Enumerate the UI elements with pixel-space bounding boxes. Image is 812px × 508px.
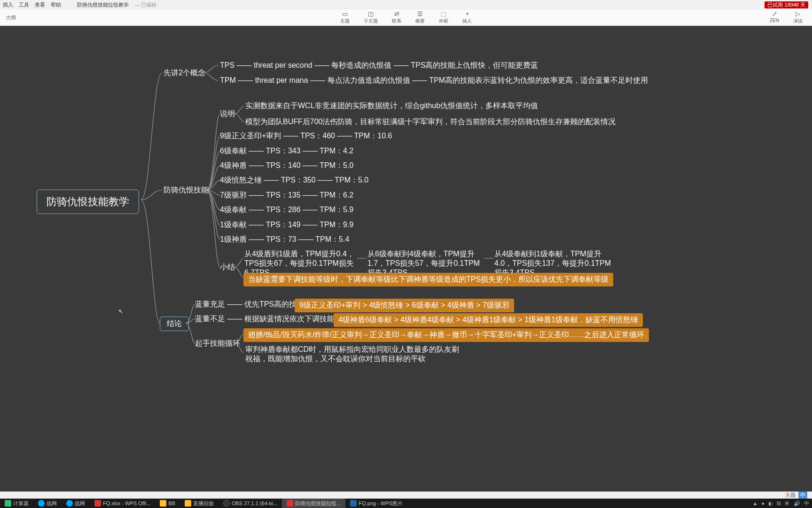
task-bnet1[interactable]: 战网 bbox=[33, 499, 62, 508]
branch-conclusion[interactable]: 结论 bbox=[160, 317, 189, 331]
wpsimg-icon bbox=[350, 500, 357, 507]
toolbar-right: ⤢ZEN ▷演说 bbox=[770, 10, 803, 24]
desc-title[interactable]: 说明 bbox=[220, 109, 235, 119]
task-bb[interactable]: BB bbox=[155, 499, 180, 508]
task-calc[interactable]: 计算器 bbox=[0, 499, 33, 508]
menubar: 插入 工具 查看 帮助 防骑仇恨技能拉怪教学 — 已编辑 已试用 18948 天 bbox=[0, 0, 812, 9]
expand-icon: ⤢ bbox=[770, 10, 779, 17]
topic-icon: ▭ bbox=[341, 10, 349, 17]
mindmap-canvas[interactable]: 防骑仇恨技能教学 先讲2个概念 TPS —— threat per second… bbox=[0, 26, 812, 492]
toolbar-center: ▭主题 ◫子主题 ⇄联系 ☰概要 ⬚外框 ＋插入 bbox=[340, 10, 472, 24]
summary-icon: ☰ bbox=[416, 10, 424, 17]
root-label: 防骑仇恨技能教学 bbox=[47, 196, 129, 207]
summary-button[interactable]: ☰概要 bbox=[415, 10, 425, 24]
obs-icon bbox=[223, 500, 230, 507]
branch-concepts[interactable]: 先讲2个概念 bbox=[164, 68, 205, 78]
relation-icon: ⇄ bbox=[392, 10, 401, 17]
tray-icon[interactable]: ▲ bbox=[752, 500, 757, 506]
tpm-def[interactable]: TPM —— threat per mana —— 每点法力值造成的仇恨值 ——… bbox=[220, 76, 648, 86]
skill-2[interactable]: 4级神盾 —— TPS：140 —— TPM：5.0 bbox=[220, 161, 353, 171]
wps-icon bbox=[287, 500, 293, 507]
rotation-title[interactable]: 起手技能循环 bbox=[195, 339, 240, 349]
menu-help[interactable]: 帮助 bbox=[51, 1, 61, 8]
tray-icon[interactable]: ● bbox=[761, 500, 765, 506]
tps-def[interactable]: TPS —— threat per second —— 每秒造成的仇恨值 —— … bbox=[220, 61, 538, 71]
relation-button[interactable]: ⇄联系 bbox=[392, 10, 401, 24]
summary-title[interactable]: 小结 bbox=[220, 262, 235, 272]
bnet-icon bbox=[66, 500, 73, 507]
desc2[interactable]: 模型为团队BUFF后700法伤防骑，目标常驻满级十字军审判，符合当前阶段大部分防… bbox=[245, 117, 616, 127]
desc1[interactable]: 实测数据来自于WCL非竞速团的实际数据统计，综合github仇恨值统计，多样本取… bbox=[245, 101, 538, 111]
fullmana-highlight[interactable]: 9级正义圣印+审判 > 4级愤怒锤 > 6级奉献 > 4级神盾 > 7级驱邪 bbox=[295, 299, 514, 312]
task-mindmap[interactable]: 防骑仇恨技能拉怪... bbox=[282, 499, 345, 508]
boundary-icon: ⬚ bbox=[439, 10, 448, 17]
subtopic-icon: ◫ bbox=[367, 10, 375, 17]
system-tray: ▲ ● ◐ ₪ ⛨ 🔊 中 bbox=[752, 500, 812, 507]
rotation-text[interactable]: 审判神盾奉献都CD时，用鼠标指向宏给同职业人数最多的队友刷祝福，既能增加仇恨，又… bbox=[245, 345, 466, 364]
menu-view[interactable]: 查看 bbox=[35, 1, 45, 8]
folder-icon bbox=[185, 500, 191, 507]
outline-label[interactable]: 大纲 bbox=[6, 14, 16, 21]
summary-highlight[interactable]: 当缺蓝需要下调技能等级时，下调奉献等级比下调神盾等级造成的TPS损失更小，所以应… bbox=[243, 273, 613, 286]
taskbar: 计算器 战网 战网 FQ.xlsx - WPS Offi... BB 直播回放 … bbox=[0, 499, 812, 508]
skill-7[interactable]: 1级神盾 —— TPS：73 —— TPM：5.4 bbox=[220, 235, 349, 245]
task-obs[interactable]: OBS 27.1.1 (64-bi... bbox=[219, 499, 282, 508]
skill-0[interactable]: 9级正义圣印+审判 —— TPS：460 —— TPM：10.6 bbox=[220, 131, 392, 141]
plus-icon: ＋ bbox=[463, 10, 471, 17]
skill-5[interactable]: 4级奉献 —— TPS：286 —— TPM：5.9 bbox=[220, 205, 353, 215]
tray-icon[interactable]: ◐ bbox=[768, 500, 773, 507]
toolbar: 大纲 ▭主题 ◫子主题 ⇄联系 ☰概要 ⬚外框 ＋插入 ⤢ZEN ▷演说 bbox=[0, 9, 812, 26]
doc-state: — 已编辑 bbox=[134, 1, 156, 8]
wps-icon bbox=[94, 500, 101, 507]
calc-icon bbox=[5, 500, 11, 507]
branch-skills[interactable]: 防骑仇恨技能 bbox=[164, 185, 209, 195]
menu-tools[interactable]: 工具 bbox=[19, 1, 29, 8]
menu-insert[interactable]: 插入 bbox=[3, 1, 13, 8]
insert-button[interactable]: ＋插入 bbox=[462, 10, 472, 24]
skill-6[interactable]: 1级奉献 —— TPS：149 —— TPM：9.9 bbox=[220, 220, 353, 230]
topic-button[interactable]: ▭主题 bbox=[340, 10, 350, 24]
zen-button[interactable]: ⤢ZEN bbox=[770, 10, 779, 24]
skill-3[interactable]: 4级愤怒之锤 —— TPS：350 —— TPM：5.0 bbox=[220, 175, 368, 185]
task-replay[interactable]: 直播回放 bbox=[180, 499, 219, 508]
trial-badge: 已试用 18948 天 bbox=[765, 1, 808, 8]
boundary-button[interactable]: ⬚外框 bbox=[439, 10, 448, 24]
root-node[interactable]: 防骑仇恨技能教学 bbox=[37, 190, 139, 214]
rotation-highlight[interactable]: 翅膀/饰品/毁灭药水/炸弹/正义审判→正义圣印→奉献→神盾→撒币→十字军圣印+审… bbox=[243, 328, 649, 342]
status-bar: 主题 中 bbox=[0, 492, 812, 499]
task-png[interactable]: FQ.png - WPS图片 bbox=[345, 499, 407, 508]
doc-title: 防骑仇恨技能拉怪教学 bbox=[77, 1, 129, 8]
task-bnet2[interactable]: 战网 bbox=[62, 499, 90, 508]
play-icon: ▷ bbox=[794, 10, 802, 17]
skill-4[interactable]: 7级驱邪 —— TPS：135 —— TPM：6.2 bbox=[220, 190, 353, 200]
present-button[interactable]: ▷演说 bbox=[793, 10, 803, 24]
theme-label[interactable]: 主题 bbox=[785, 492, 796, 499]
bnet-icon bbox=[38, 500, 45, 507]
lang-badge[interactable]: 中 bbox=[798, 492, 807, 499]
skill-1[interactable]: 6级奉献 —— TPS：343 —— TPM：4.2 bbox=[220, 146, 353, 156]
tray-icon[interactable]: ⛨ bbox=[785, 500, 790, 506]
lowmana-highlight[interactable]: 4级神盾6级奉献 > 4级神盾4级奉献 > 4级神盾1级奉献 > 1级神盾1级奉… bbox=[334, 313, 643, 327]
tray-icon[interactable]: 中 bbox=[804, 500, 809, 507]
tray-icon[interactable]: 🔊 bbox=[794, 500, 800, 507]
subtopic-button[interactable]: ◫子主题 bbox=[364, 10, 378, 24]
task-xlsx[interactable]: FQ.xlsx - WPS Offi... bbox=[90, 499, 155, 508]
tray-icon[interactable]: ₪ bbox=[777, 500, 781, 507]
folder-icon bbox=[160, 500, 166, 507]
mouse-cursor: ↖ bbox=[118, 308, 123, 315]
